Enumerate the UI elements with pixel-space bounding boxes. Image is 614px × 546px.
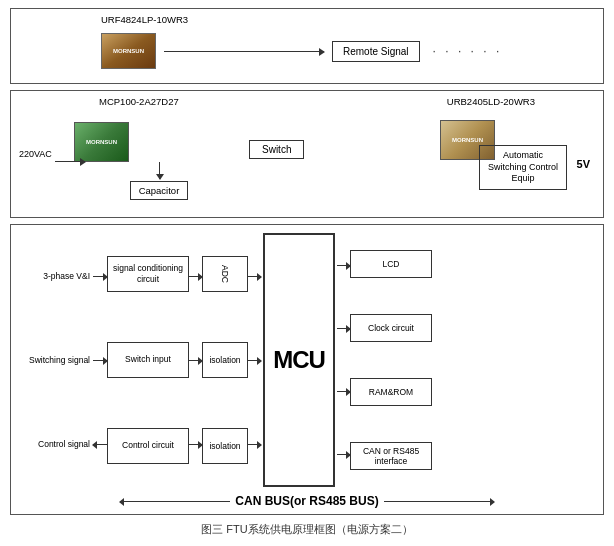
input-label-1: Switching signal (17, 341, 93, 379)
input-labels: 3-phase V&I Switching signal Control sig… (17, 230, 93, 490)
can-bus-row: CAN BUS(or RS485 BUS) (17, 490, 597, 509)
left-function-blocks: signal conditioning circuit Switch input… (107, 230, 189, 490)
top-arrow-right (164, 51, 324, 52)
center-blocks: ADC isolation isolation (202, 230, 248, 490)
block-canrs485: CAN or RS485 interface (350, 442, 432, 470)
arrows-in (93, 230, 107, 490)
block-ramrom: RAM&ROM (350, 378, 432, 406)
urb-brand: MORNSUN (452, 137, 483, 143)
output-voltage: 5V (577, 158, 590, 170)
block-adc: ADC (202, 256, 248, 292)
capacitor-box: Capacitor (130, 181, 189, 200)
can-bus-arrow-left (120, 501, 230, 502)
mid-left-part: MCP100-2A27D27 (99, 96, 179, 107)
block-lcd: LCD (350, 250, 432, 278)
can-bus-arrow-right (384, 501, 494, 502)
bottom-section: 3-phase V&I Switching signal Control sig… (10, 224, 604, 515)
main-container: URF4824LP-10WR3 MORNSUN Remote Signal · … (0, 0, 614, 546)
block-diagram: 3-phase V&I Switching signal Control sig… (17, 230, 597, 490)
remote-dots: · · · · · · (433, 44, 503, 58)
caption: 图三 FTU系统供电原理框图（电源方案二） (10, 521, 604, 538)
mcu-block: MCU (263, 233, 335, 487)
mid-section: MCP100-2A27D27 URB2405LD-20WR3 220VAC MO… (10, 90, 604, 218)
green-module-brand: MORNSUN (86, 139, 117, 145)
auto-switch-box: Automatic Switching Control Equip (479, 145, 567, 190)
block-isolation-2: isolation (202, 428, 248, 464)
block-clock: Clock circuit (350, 314, 432, 342)
green-module: MORNSUN (74, 122, 129, 162)
block-isolation-1: isolation (202, 342, 248, 378)
input-voltage-label: 220VAC (19, 149, 52, 159)
block-control-circuit: Control circuit (107, 428, 189, 464)
right-blocks: LCD Clock circuit RAM&ROM CAN or RS485 i… (350, 230, 432, 490)
arrows-to-mcu (248, 230, 261, 490)
input-label-2: Control signal (17, 425, 93, 463)
input-label-0: 3-phase V&I (17, 257, 93, 295)
top-section: URF4824LP-10WR3 MORNSUN Remote Signal · … (10, 8, 604, 84)
block-signal-cond: signal conditioning circuit (107, 256, 189, 292)
top-module-image: MORNSUN (101, 33, 156, 69)
mid-right-part: URB2405LD-20WR3 (447, 96, 535, 107)
arrows-to-right (337, 230, 350, 490)
switch-box: Switch (249, 140, 304, 159)
arrows-to-center (189, 230, 202, 490)
can-bus-label: CAN BUS(or RS485 BUS) (235, 494, 378, 508)
block-switch-input: Switch input (107, 342, 189, 378)
top-part-number: URF4824LP-10WR3 (101, 14, 188, 25)
remote-signal-box: Remote Signal (332, 41, 420, 62)
top-module-brand: MORNSUN (113, 48, 144, 54)
